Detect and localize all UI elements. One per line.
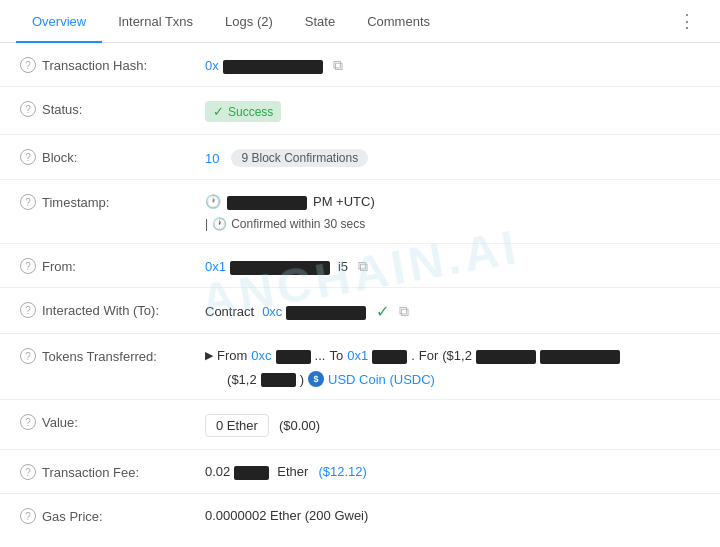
interacted-redacted: [286, 306, 366, 320]
tx-hash-label: ? Transaction Hash:: [20, 55, 205, 73]
block-row: ? Block: 10 9 Block Confirmations: [0, 135, 720, 180]
value-label: ? Value:: [20, 412, 205, 430]
tab-state[interactable]: State: [289, 0, 351, 43]
timestamp-help-icon[interactable]: ?: [20, 194, 36, 210]
tx-hash-copy-icon[interactable]: ⧉: [333, 57, 343, 74]
token-arrow-icon: ▶: [205, 349, 213, 362]
tokens-amount-redacted2: [540, 350, 620, 364]
from-row: ? From: 0x1 i5 ⧉: [0, 244, 720, 288]
transaction-detail: ? Transaction Hash: 0x ⧉ ? Status: ✓ Suc…: [0, 43, 720, 538]
tx-hash-redacted: [223, 60, 323, 74]
gas-value-col: 0.0000002 Ether (200 Gwei): [205, 506, 700, 523]
interacted-copy-icon[interactable]: ⧉: [399, 303, 409, 320]
tx-fee-redacted: [234, 466, 269, 480]
tokens-to-addr[interactable]: 0x1: [347, 348, 368, 363]
tokens-help-icon[interactable]: ?: [20, 348, 36, 364]
block-confirmations-badge: 9 Block Confirmations: [231, 149, 368, 167]
value-eth-box: 0 Ether: [205, 414, 269, 437]
tab-logs[interactable]: Logs (2): [209, 0, 289, 43]
interacted-value-col: Contract 0xc ✓ ⧉: [205, 300, 700, 321]
tokens-label: ? Tokens Transferred:: [20, 346, 205, 364]
status-help-icon[interactable]: ?: [20, 101, 36, 117]
tokens-amount-redacted: [476, 350, 536, 364]
from-label: ? From:: [20, 256, 205, 274]
interacted-label: ? Interacted With (To):: [20, 300, 205, 318]
value-value-col: 0 Ether ($0.00): [205, 412, 700, 437]
pipe-separator: |: [205, 217, 208, 231]
value-row: ? Value: 0 Ether ($0.00): [0, 400, 720, 450]
tokens-value-col: ▶ From 0xc ... To 0x1 . For ($1,2 ($1,2 …: [205, 346, 700, 387]
interacted-help-icon[interactable]: ?: [20, 302, 36, 318]
status-value-col: ✓ Success: [205, 99, 700, 122]
gas-label: ? Gas Price:: [20, 506, 205, 524]
interacted-row: ? Interacted With (To): Contract 0xc ✓ ⧉: [0, 288, 720, 334]
block-value-col: 10 9 Block Confirmations: [205, 147, 700, 167]
tokens-usd-redacted: [261, 373, 296, 387]
value-help-icon[interactable]: ?: [20, 414, 36, 430]
tokens-from-addr[interactable]: 0xc: [251, 348, 271, 363]
gas-help-icon[interactable]: ?: [20, 508, 36, 524]
tx-fee-help-icon[interactable]: ?: [20, 464, 36, 480]
tx-fee-row: ? Transaction Fee: 0.02 Ether ($12.12): [0, 450, 720, 494]
from-suffix: i5: [338, 259, 348, 274]
tab-comments[interactable]: Comments: [351, 0, 446, 43]
from-help-icon[interactable]: ?: [20, 258, 36, 274]
tokens-ellipsis1: ...: [315, 348, 326, 363]
timestamp-value-col: 🕐 PM +UTC) | 🕐 Confirmed within 30 secs: [205, 192, 700, 231]
interacted-contract-address[interactable]: 0xc: [262, 304, 282, 319]
tokens-amount: ($1,2: [442, 348, 472, 363]
contract-verified-icon: ✓: [376, 302, 389, 321]
timestamp-label: ? Timestamp:: [20, 192, 205, 210]
clock-icon: 🕐: [205, 194, 221, 209]
value-usd: ($0.00): [279, 418, 320, 433]
status-label: ? Status:: [20, 99, 205, 117]
interacted-prefix: Contract: [205, 304, 254, 319]
tx-fee-usd: ($12.12): [318, 464, 366, 479]
timestamp-redacted: [227, 196, 307, 210]
from-value-col: 0x1 i5 ⧉: [205, 256, 700, 275]
tx-hash-value-col: 0x ⧉: [205, 55, 700, 74]
tx-hash-row: ? Transaction Hash: 0x ⧉: [0, 43, 720, 87]
tx-fee-suffix: Ether: [277, 464, 308, 479]
tokens-from-prefix: From: [217, 348, 247, 363]
tokens-ellipsis2: .: [411, 348, 415, 363]
token-transfer-line: ▶ From 0xc ... To 0x1 . For ($1,2: [205, 348, 620, 363]
check-icon: ✓: [213, 104, 224, 119]
block-help-icon[interactable]: ?: [20, 149, 36, 165]
tokens-from-redacted: [276, 350, 311, 364]
tokens-to-prefix: To: [329, 348, 343, 363]
tokens-row: ? Tokens Transferred: ▶ From 0xc ... To …: [0, 334, 720, 400]
from-address[interactable]: 0x1: [205, 259, 226, 274]
clock2-icon: 🕐: [212, 217, 227, 231]
tokens-currency[interactable]: USD Coin (USDC): [328, 372, 435, 387]
timestamp-main-line: 🕐 PM +UTC): [205, 194, 375, 209]
block-label: ? Block:: [20, 147, 205, 165]
tokens-for-prefix: For: [419, 348, 439, 363]
tx-fee-value-col: 0.02 Ether ($12.12): [205, 462, 700, 479]
token-usd-line: ($1,2 ) $ USD Coin (USDC): [205, 371, 435, 387]
tabs-bar: Overview Internal Txns Logs (2) State Co…: [0, 0, 720, 43]
status-badge: ✓ Success: [205, 101, 281, 122]
usdc-icon: $: [308, 371, 324, 387]
from-address-redacted: [230, 261, 330, 275]
timestamp-row: ? Timestamp: 🕐 PM +UTC) | 🕐 Confirmed wi…: [0, 180, 720, 244]
tokens-usd-amount: ($1,2: [227, 372, 257, 387]
gas-value: 0.0000002 Ether (200 Gwei): [205, 508, 368, 523]
tx-fee-eth-prefix: 0.02: [205, 464, 230, 479]
tab-overview[interactable]: Overview: [16, 0, 102, 43]
gas-row: ? Gas Price: 0.0000002 Ether (200 Gwei): [0, 494, 720, 538]
tokens-to-redacted: [372, 350, 407, 364]
tx-hash-value[interactable]: 0x: [205, 58, 219, 73]
tx-hash-help-icon[interactable]: ?: [20, 57, 36, 73]
timestamp-confirmed-line: | 🕐 Confirmed within 30 secs: [205, 217, 365, 231]
more-options-button[interactable]: ⋮: [670, 4, 704, 38]
status-row: ? Status: ✓ Success: [0, 87, 720, 135]
block-number[interactable]: 10: [205, 151, 219, 166]
from-copy-icon[interactable]: ⧉: [358, 258, 368, 275]
tab-internal-txns[interactable]: Internal Txns: [102, 0, 209, 43]
tx-fee-label: ? Transaction Fee:: [20, 462, 205, 480]
